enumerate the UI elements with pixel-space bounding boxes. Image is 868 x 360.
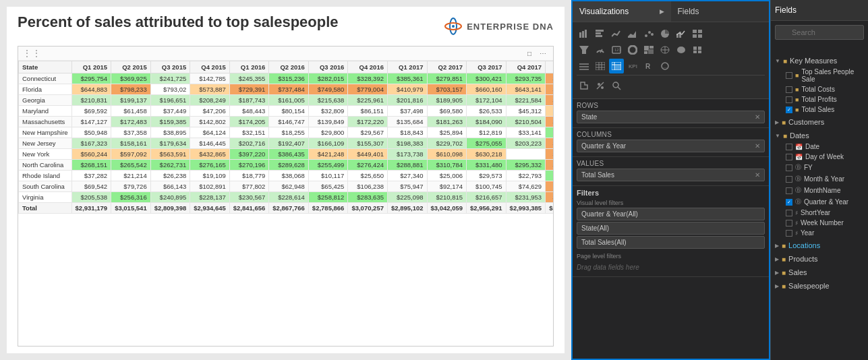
cell-value: $25,006 xyxy=(427,171,467,181)
cell-value: $703,157 xyxy=(427,84,467,95)
viz-format-icon[interactable] xyxy=(577,78,591,93)
checkbox-date[interactable] xyxy=(786,144,792,150)
cell-value: $262,731 xyxy=(150,160,190,171)
expand-icon[interactable]: □ xyxy=(527,49,537,58)
viz-table[interactable] xyxy=(593,59,608,73)
viz-combo[interactable] xyxy=(674,26,689,41)
checkbox-monthname[interactable] xyxy=(786,187,792,194)
viz-scatter[interactable] xyxy=(641,26,656,41)
key-measures-header[interactable]: ▼ ■ Key Measures xyxy=(771,55,868,67)
customers-header[interactable]: ▶ ■ Customers xyxy=(771,116,868,128)
viz-analytics-icon[interactable] xyxy=(593,78,608,93)
viz-r-script[interactable]: R xyxy=(641,59,656,73)
remove-columns-icon[interactable]: ✕ xyxy=(755,142,760,150)
tab-fields[interactable]: Fields xyxy=(671,1,770,22)
viz-slicer[interactable] xyxy=(577,59,591,73)
cell-value: $295,754 xyxy=(71,73,111,84)
cell-value: $228,137 xyxy=(190,192,230,203)
cell-value: $737,484 xyxy=(269,84,309,95)
fields-item-fy[interactable]: Ⓑ FY xyxy=(782,162,868,173)
checkbox-total-costs[interactable] xyxy=(786,86,792,93)
remove-rows-icon[interactable]: ✕ xyxy=(755,113,760,121)
cell-value: $3,680,555 xyxy=(546,73,553,84)
report-card: Percent of sales attributed to top sales… xyxy=(7,7,565,353)
viz-map[interactable] xyxy=(658,42,672,57)
viz-line-chart[interactable] xyxy=(609,26,624,41)
viz-custom[interactable]: ... xyxy=(658,59,672,73)
values-tag-sales[interactable]: Total Sales ✕ xyxy=(577,169,765,181)
table-scroll-area[interactable]: State Q1 2015 Q2 2015 Q3 2015 Q4 2015 Q1… xyxy=(18,61,553,214)
filter-state[interactable]: State(All) xyxy=(577,222,765,235)
cell-value: $179,634 xyxy=(150,138,190,149)
cell-value: $798,233 xyxy=(111,84,151,95)
fields-item-dow[interactable]: 📅 Day of Week xyxy=(782,152,868,162)
fields-item-total-costs[interactable]: ■ Total Costs xyxy=(782,84,868,94)
viz-bar-chart[interactable] xyxy=(593,26,608,41)
total-costs-label: Total Costs xyxy=(801,86,834,93)
svg-point-53 xyxy=(598,83,600,86)
viz-area-chart[interactable] xyxy=(625,26,640,41)
checkbox-month-year[interactable] xyxy=(786,176,792,183)
fields-item-shortyear[interactable]: ♯ ShortYear xyxy=(782,208,868,218)
cell-value: $779,004 xyxy=(348,84,388,95)
checkbox-year[interactable] xyxy=(786,230,792,237)
fields-item-quarter-year[interactable]: ✓ Ⓑ Quarter & Year xyxy=(782,196,868,208)
viz-more-2[interactable] xyxy=(690,42,705,57)
viz-kpi[interactable]: KPI xyxy=(625,59,640,73)
columns-config: Columns Quarter & Year ✕ xyxy=(573,128,769,157)
fields-search-input[interactable] xyxy=(775,25,864,40)
checkbox-total-profits[interactable] xyxy=(786,96,792,103)
cell-value: $288,881 xyxy=(387,160,427,171)
checkbox-fy[interactable] xyxy=(786,164,792,171)
cell-value: $37,498 xyxy=(387,106,427,117)
fields-item-weeknum[interactable]: ♯ Week Number xyxy=(782,218,868,228)
fields-group-locations: ▶ ■ Locations xyxy=(771,239,868,251)
cell-value: $203,223 xyxy=(506,138,546,149)
expand-salespeople-arrow-icon: ▶ xyxy=(775,283,779,289)
cell-value: $7,216,568 xyxy=(546,149,553,160)
columns-tag-qy[interactable]: Quarter & Year ✕ xyxy=(577,140,765,152)
checkbox-total-sales[interactable]: ✓ xyxy=(786,107,792,113)
fields-item-total-sales[interactable]: ✓ ■ Total Sales xyxy=(782,104,868,115)
svg-rect-16 xyxy=(698,30,702,33)
checkbox-dow[interactable] xyxy=(786,154,792,160)
fields-item-month-year[interactable]: Ⓑ Month & Year xyxy=(782,173,868,185)
products-header[interactable]: ▶ ■ Products xyxy=(771,253,868,265)
viz-pie[interactable] xyxy=(658,26,672,41)
fields-item-date[interactable]: 📅 Date xyxy=(782,142,868,152)
cell-value: $610,098 xyxy=(427,149,467,160)
dates-header[interactable]: ▼ ■ Dates xyxy=(771,129,868,142)
viz-filled-map[interactable] xyxy=(674,42,689,57)
fields-item-year[interactable]: ♯ Year xyxy=(782,228,868,238)
viz-treemap[interactable] xyxy=(641,42,656,57)
filter-total-sales[interactable]: Total Sales(All) xyxy=(577,236,765,249)
cell-value: $2,934,645 xyxy=(190,203,230,214)
more-options-icon[interactable]: ⋯ xyxy=(540,49,549,58)
salespeople-header[interactable]: ▶ ■ Salespeople xyxy=(771,280,868,292)
checkbox-quarter-year[interactable]: ✓ xyxy=(786,199,792,206)
col-q1-2017: Q1 2017 xyxy=(387,61,427,73)
sales-header[interactable]: ▶ ■ Sales xyxy=(771,266,868,278)
fields-item-monthname[interactable]: Ⓑ MonthName xyxy=(782,185,868,196)
filter-qy[interactable]: Quarter & Year(All) xyxy=(577,208,765,220)
fields-item-top-sales[interactable]: ■ Top Sales People Sale xyxy=(782,67,868,84)
viz-card[interactable]: 123 xyxy=(609,42,624,57)
remove-values-icon[interactable]: ✕ xyxy=(755,171,760,179)
rows-tag-state[interactable]: State ✕ xyxy=(577,111,765,123)
viz-search-2-icon[interactable] xyxy=(609,78,624,93)
viz-matrix[interactable] xyxy=(609,59,624,73)
fields-item-total-profits[interactable]: ■ Total Profits xyxy=(782,94,868,104)
checkbox-weeknum[interactable] xyxy=(786,220,792,227)
tab-visualizations[interactable]: Visualizations ▶ xyxy=(573,1,671,22)
viz-donut[interactable] xyxy=(625,42,640,57)
viz-more-1[interactable] xyxy=(690,26,705,41)
viz-gauge[interactable] xyxy=(593,42,608,57)
chevron-right-icon: ▶ xyxy=(660,8,664,15)
cell-value: $77,802 xyxy=(229,181,269,192)
viz-row-4 xyxy=(577,75,765,93)
locations-header[interactable]: ▶ ■ Locations xyxy=(771,239,868,251)
checkbox-top-sales[interactable] xyxy=(786,72,792,79)
checkbox-shortyear[interactable] xyxy=(786,210,792,216)
viz-stacked-bar[interactable] xyxy=(577,26,591,41)
viz-funnel[interactable] xyxy=(577,42,591,57)
